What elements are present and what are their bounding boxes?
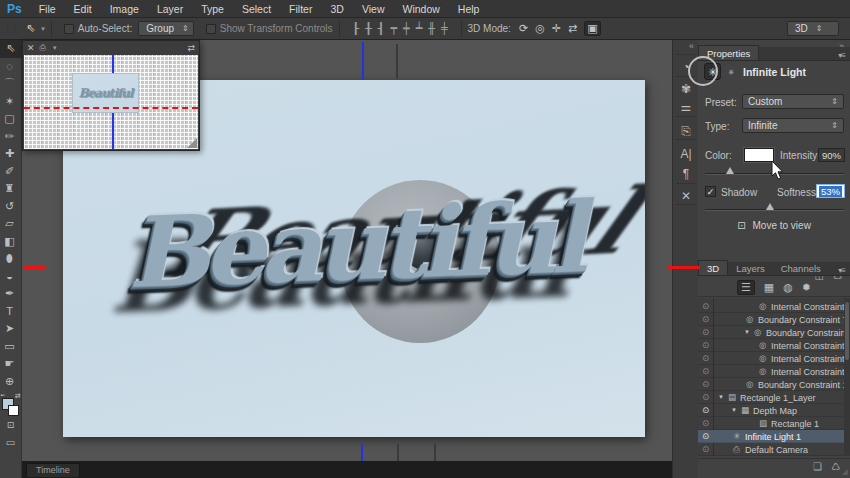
align-left-edges-icon[interactable]: ┠ [353, 22, 360, 35]
marquee-tool[interactable]: ◌ [0, 58, 20, 76]
scene-item-row[interactable]: ⊙◎Internal Constraint 6 [698, 300, 844, 313]
auto-select-checkbox[interactable] [64, 24, 74, 34]
scene-item-row[interactable]: ⊙◎Internal Constraint 9 [698, 339, 844, 352]
expander-icon[interactable]: ▼ [731, 407, 737, 413]
path-selection-tool[interactable]: ➤ [0, 320, 20, 338]
scene-item-row[interactable]: ⊙✳Infinite Light 1 [698, 430, 844, 443]
auto-select-scope-dropdown[interactable]: Group ⇕ [138, 21, 194, 36]
healing-brush-tool[interactable]: ✚ [0, 145, 20, 163]
menu-window[interactable]: Window [393, 0, 448, 18]
character-panel-icon[interactable]: A| [673, 147, 699, 161]
visibility-eye-icon[interactable]: ⊙ [702, 340, 709, 350]
show-transform-checkbox[interactable] [206, 24, 216, 34]
rotate-3d-icon[interactable]: ⟳ [519, 22, 528, 35]
menu-select[interactable]: Select [233, 0, 280, 18]
light-color-swatch[interactable] [744, 148, 774, 162]
current-tool-icon[interactable]: ⇖ [22, 22, 39, 35]
dodge-tool[interactable]: ◒ [0, 268, 20, 286]
scene-item-row[interactable]: ⊙▧Rectangle 1 [698, 417, 844, 430]
history-brush-tool[interactable]: ↺ [0, 198, 20, 216]
move-tool[interactable]: ⇖ [0, 40, 22, 58]
softness-slider-handle[interactable] [766, 203, 774, 210]
eraser-tool[interactable]: ▱ [0, 215, 20, 233]
scene-item-row[interactable]: ⊙⎙Default Camera [698, 443, 844, 456]
slide-3d-icon[interactable]: ⇄ [568, 22, 577, 35]
preset-dropdown[interactable]: Custom ⇕ [742, 94, 844, 109]
roll-3d-icon[interactable]: ◎ [535, 22, 545, 35]
menu-type[interactable]: Type [192, 0, 233, 18]
scene-item-row[interactable]: ⊙◎Internal Constraint... [698, 352, 844, 365]
clone-source-panel-icon[interactable]: ⎘ [673, 124, 699, 138]
delete-item-icon[interactable]: ♺ [831, 461, 840, 472]
new-item-icon[interactable]: ❏ [813, 461, 822, 472]
filter-whole-scene-icon[interactable]: ☰ [737, 280, 755, 295]
align-right-edges-icon[interactable]: ┨ [378, 22, 385, 35]
align-horizontal-centers-icon[interactable]: ╂ [365, 22, 372, 35]
blur-tool[interactable]: ⬮ [0, 250, 20, 268]
visibility-eye-icon[interactable]: ⊙ [702, 366, 709, 376]
tab-timeline[interactable]: Timeline [26, 463, 80, 477]
menu-filter[interactable]: Filter [280, 0, 321, 18]
distribute-horizontal-icon[interactable]: ╫ [428, 22, 435, 35]
chevron-down-icon[interactable]: ▾ [53, 44, 57, 52]
type-dropdown[interactable]: Infinite ⇕ [742, 118, 844, 133]
tool-presets-panel-icon[interactable]: ✕ [673, 189, 699, 203]
align-bottom-edges-icon[interactable]: ┷ [416, 22, 423, 35]
collapse-dock-icon[interactable]: « [689, 41, 694, 51]
brush-tool[interactable]: ✐ [0, 163, 20, 181]
camera-select-icon[interactable]: ⎙ [40, 43, 46, 53]
menu-view[interactable]: View [353, 0, 394, 18]
quick-mask-icon[interactable]: ⊡ [1, 416, 21, 434]
visibility-eye-icon[interactable]: ⊙ [702, 444, 709, 454]
visibility-eye-icon[interactable]: ⊙ [702, 418, 709, 428]
hand-tool[interactable]: ☛ [0, 355, 20, 373]
zoom-tool[interactable]: ⊕ [0, 373, 20, 391]
drag-3d-icon[interactable]: ✛ [552, 22, 561, 35]
background-color-swatch[interactable] [8, 405, 19, 416]
crop-tool[interactable]: ▢ [0, 110, 20, 128]
shadow-checkbox[interactable]: ✓ [705, 186, 716, 197]
intensity-slider-handle[interactable] [726, 167, 734, 174]
panel-menu-icon[interactable]: ▾≡ [838, 266, 850, 275]
filter-meshes-icon[interactable]: ▦ [764, 281, 774, 294]
screen-mode-icon[interactable]: ▭ [1, 434, 21, 452]
visibility-eye-icon[interactable]: ⊙ [702, 314, 709, 324]
menu-edit[interactable]: Edit [65, 0, 101, 18]
expander-icon[interactable]: ▼ [744, 329, 750, 335]
visibility-eye-icon[interactable]: ⊙ [702, 327, 709, 337]
scene-scrollbar[interactable] [844, 298, 850, 456]
type-tool[interactable]: T [0, 303, 20, 321]
scrollbar-thumb[interactable] [845, 302, 849, 360]
quick-selection-tool[interactable]: ✶ [0, 93, 20, 111]
paragraph-panel-icon[interactable]: ¶ [673, 167, 699, 181]
panel-menu-icon[interactable]: ▾≡ [838, 51, 850, 60]
tool-preset-caret-icon[interactable]: ▾ [41, 25, 45, 33]
visibility-eye-icon[interactable]: ⊙ [702, 353, 709, 363]
scene-item-row[interactable]: ⊙▼▦Depth Map [698, 404, 844, 417]
swap-view-icon[interactable]: ⇄ [187, 43, 195, 53]
menu-file[interactable]: File [30, 0, 65, 18]
tab-layers[interactable]: Layers [728, 261, 773, 275]
menu-image[interactable]: Image [101, 0, 148, 18]
scene-item-row[interactable]: ⊙◎Boundary Constraint 12 [698, 378, 844, 391]
brush-settings-panel-icon[interactable]: ⚌ [673, 100, 699, 114]
eyedropper-tool[interactable]: ✏ [0, 128, 20, 146]
secondary-view[interactable]: ✕ ⎙ ▾ ⇄ Beautiful [22, 40, 200, 151]
clone-stamp-tool[interactable]: ♜ [0, 180, 20, 198]
scene-item-row[interactable]: ⊙▼▤Rectangle 1_Layer [698, 391, 844, 404]
canvas-3d-text[interactable]: Beautiful [63, 178, 645, 312]
scene-item-row[interactable]: ⊙◎Boundary Constraint 7 [698, 313, 844, 326]
softness-field[interactable]: 53% [816, 184, 845, 198]
scene-item-row[interactable]: ⊙◎Internal Constraint... [698, 365, 844, 378]
scene-item-row[interactable]: ⊙▼◎Boundary Constraint 8 [698, 326, 844, 339]
visibility-eye-icon[interactable]: ⊙ [702, 379, 709, 389]
distribute-vertical-icon[interactable]: ╪ [441, 22, 448, 35]
menu-3d[interactable]: 3D [321, 0, 352, 18]
menu-layer[interactable]: Layer [148, 0, 192, 18]
visibility-eye-icon[interactable]: ⊙ [702, 392, 709, 402]
align-top-edges-icon[interactable]: ┯ [390, 22, 397, 35]
pen-tool[interactable]: ✒ [0, 285, 20, 303]
shape-tool[interactable]: ▭ [0, 338, 20, 356]
filter-materials-icon[interactable]: ◍ [783, 281, 793, 294]
gradient-tool[interactable]: ◧ [0, 233, 20, 251]
